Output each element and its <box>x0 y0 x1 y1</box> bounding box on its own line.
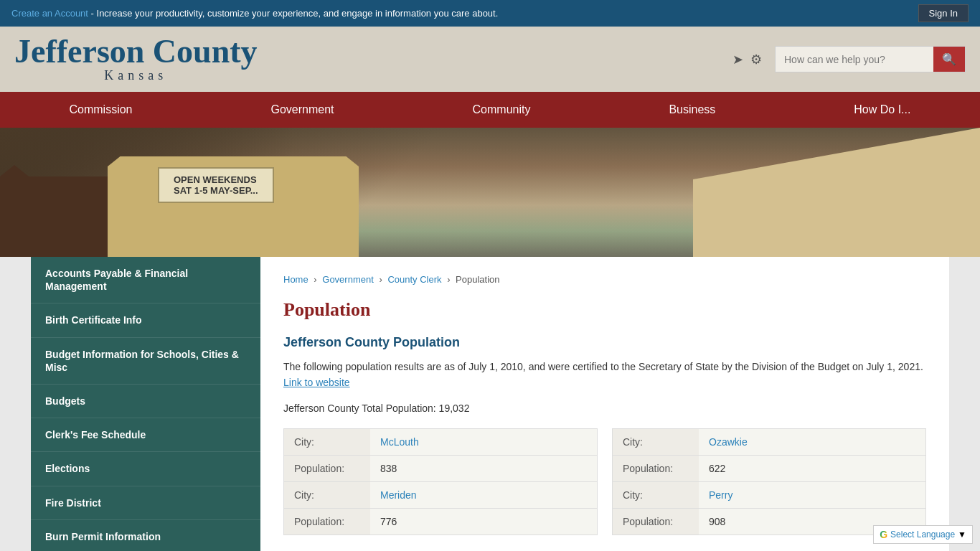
link-to-website[interactable]: Link to website <box>283 377 350 388</box>
header-right: ➤ ⚙ 🔍 <box>732 46 966 72</box>
sidebar-item-budget-info[interactable]: Budget Information for Schools, Cities &… <box>31 338 260 385</box>
gear-icon[interactable]: ⚙ <box>750 52 762 67</box>
sidebar-item-burn-permit[interactable]: Burn Permit Information <box>31 520 260 551</box>
dropdown-arrow-icon: ▼ <box>958 529 966 540</box>
table-row: Population: 838 <box>284 456 597 482</box>
pop-table-right: City: Ozawkie Population: 622 City: Perr… <box>612 428 926 535</box>
sign-line2: SAT 1-5 MAY-SEP... <box>174 185 258 196</box>
table-row: City: Ozawkie <box>613 429 925 456</box>
sidebar-item-budgets[interactable]: Budgets <box>31 385 260 418</box>
share-icon[interactable]: ➤ <box>732 52 743 67</box>
search-button[interactable]: 🔍 <box>933 47 965 72</box>
city-value-meriden: Meriden <box>370 482 597 508</box>
table-row: City: McLouth <box>284 429 597 456</box>
description: The following population results are as … <box>283 359 926 391</box>
city-label-3: City: <box>613 429 699 455</box>
logo-subtitle: Kansas <box>14 68 258 83</box>
breadcrumb-home[interactable]: Home <box>283 274 308 285</box>
search-box: 🔍 <box>775 46 966 72</box>
pop-label-2: Population: <box>284 509 370 534</box>
table-row: City: Perry <box>613 482 925 509</box>
section-title: Jefferson County Population <box>283 335 926 350</box>
city-value-perry: Perry <box>699 482 925 508</box>
select-language[interactable]: G Select Language ▼ <box>873 525 973 544</box>
nav-business[interactable]: Business <box>647 92 737 128</box>
content-wrapper: Accounts Payable & Financial Management … <box>31 257 949 551</box>
breadcrumb-government[interactable]: Government <box>322 274 374 285</box>
select-language-link[interactable]: Select Language <box>890 529 955 540</box>
breadcrumb-county-clerk[interactable]: County Clerk <box>387 274 441 285</box>
breadcrumb-sep3: › <box>447 274 453 285</box>
total-population: Jefferson County Total Population: 19,03… <box>283 402 926 414</box>
pop-value-mclouth: 838 <box>370 456 597 481</box>
breadcrumb-sep1: › <box>314 274 319 285</box>
logo-title: Jefferson County <box>14 35 258 68</box>
city-link-perry[interactable]: Perry <box>709 489 732 501</box>
breadcrumb: Home › Government › County Clerk › Popul… <box>283 274 926 285</box>
pop-value-meriden: 776 <box>370 509 597 534</box>
city-value-mclouth: McLouth <box>370 429 597 455</box>
sidebar-item-accounts-payable[interactable]: Accounts Payable & Financial Management <box>31 257 260 303</box>
pop-label-1: Population: <box>284 456 370 481</box>
top-bar: Create an Account - Increase your produc… <box>0 0 980 27</box>
create-account-link[interactable]: Create an Account <box>11 8 88 19</box>
population-tables: City: McLouth Population: 838 City: Meri… <box>283 428 926 535</box>
hero-image: OPEN WEEKENDS SAT 1-5 MAY-SEP... <box>0 128 980 257</box>
table-row: Population: 776 <box>284 509 597 534</box>
city-value-ozawkie: Ozawkie <box>699 429 925 455</box>
top-bar-text: - Increase your productivity, customize … <box>88 8 498 19</box>
sign-in-button[interactable]: Sign In <box>918 4 969 22</box>
pop-value-ozawkie: 622 <box>699 456 925 481</box>
sidebar-item-clerks-fee[interactable]: Clerk's Fee Schedule <box>31 418 260 452</box>
breadcrumb-sep2: › <box>379 274 385 285</box>
page-title: Population <box>283 299 926 321</box>
city-label-2: City: <box>284 482 370 508</box>
city-label-1: City: <box>284 429 370 455</box>
sidebar-item-birth-certificate[interactable]: Birth Certificate Info <box>31 303 260 337</box>
pop-table-left: City: McLouth Population: 838 City: Meri… <box>283 428 598 535</box>
city-link-ozawkie[interactable]: Ozawkie <box>709 436 748 448</box>
main-nav: Commission Government Community Business… <box>0 92 980 128</box>
search-input[interactable] <box>776 48 933 71</box>
table-row: City: Meriden <box>284 482 597 509</box>
city-link-meriden[interactable]: Meriden <box>380 489 417 501</box>
nav-government[interactable]: Government <box>249 92 355 128</box>
sidebar-item-elections[interactable]: Elections <box>31 452 260 486</box>
pop-label-3: Population: <box>613 456 699 481</box>
header: Jefferson County Kansas ➤ ⚙ 🔍 <box>0 27 980 92</box>
description-text: The following population results are as … <box>283 361 923 372</box>
nav-community[interactable]: Community <box>451 92 552 128</box>
sidebar-item-fire-district[interactable]: Fire District <box>31 486 260 520</box>
breadcrumb-current: Population <box>456 274 499 285</box>
top-bar-message: Create an Account - Increase your produc… <box>11 8 498 19</box>
main-content: Home › Government › County Clerk › Popul… <box>260 257 949 551</box>
hero-sign: OPEN WEEKENDS SAT 1-5 MAY-SEP... <box>158 167 274 203</box>
nav-how-do-i[interactable]: How Do I... <box>832 92 932 128</box>
pop-label-4: Population: <box>613 509 699 534</box>
table-row: Population: 622 <box>613 456 925 482</box>
logo: Jefferson County Kansas <box>14 35 258 83</box>
sign-line1: OPEN WEEKENDS <box>174 174 258 185</box>
city-label-4: City: <box>613 482 699 508</box>
nav-commission[interactable]: Commission <box>47 92 154 128</box>
city-link-mclouth[interactable]: McLouth <box>380 436 419 448</box>
google-g-icon: G <box>880 529 887 540</box>
header-icons: ➤ ⚙ <box>732 52 762 67</box>
sidebar: Accounts Payable & Financial Management … <box>31 257 260 551</box>
